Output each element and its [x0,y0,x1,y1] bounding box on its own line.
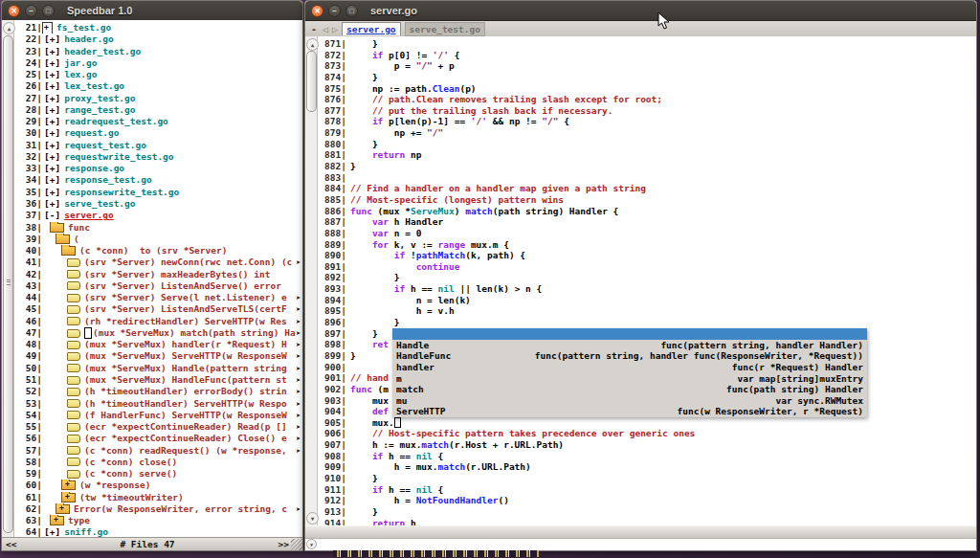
page-back-button[interactable]: << [6,539,16,549]
speedbar-row[interactable]: 39|( [19,234,302,245]
file-item-label[interactable]: request.go [64,127,119,139]
speedbar-row[interactable]: 50|(mux *ServeMux) Handle(pattern string… [19,363,302,374]
popup-selected-row[interactable] [392,328,867,340]
minimize-icon[interactable]: − [328,5,341,17]
page-forward-button[interactable]: >> [278,539,289,549]
scroll-down-icon[interactable]: ▼ [306,512,319,525]
code-buffer[interactable]: 871| }872| if p[0] != '/' {873| p = "/" … [318,36,976,525]
tag-icon[interactable] [67,305,80,314]
folder-open-icon[interactable] [50,223,64,233]
tab-forward-icon[interactable]: ▷ [332,24,338,34]
popup-item[interactable]: matchfunc(path string) Handler [392,384,867,395]
file-item-label[interactable]: (tw *timeoutWriter) [79,492,184,503]
tag-item-label[interactable]: (mux *ServeMux) ServeHTTP(w ResponseW [84,350,287,362]
expander-button[interactable]: [+] [44,116,60,127]
expander-button[interactable]: [+] [44,93,60,104]
tag-icon[interactable] [67,317,80,325]
code-line[interactable]: 887| var h Handler [318,216,976,228]
code-line[interactable]: 875| np := path.Clean(p) [318,83,976,95]
file-item-label[interactable]: server.go [64,210,113,221]
tag-icon[interactable] [67,352,80,361]
speedbar-row[interactable]: 32|[+]requestwrite_test.go [19,151,302,163]
editor-titlebar[interactable]: ✕ − □ server.go [305,1,976,21]
tag-item-label[interactable]: (mux *ServeMux) Handle(pattern string [84,363,287,374]
scroll-up-icon[interactable]: ▲ [306,38,319,51]
expander-button[interactable]: [+] [44,140,60,151]
speedbar-row[interactable]: 52|(h *timeoutHandler) errorBody() strin… [19,386,302,397]
tag-icon[interactable] [67,458,80,466]
file-item-label[interactable]: readrequest_test.go [64,116,168,127]
code-line[interactable]: 888| var n = 0 [318,228,976,239]
speedbar-row[interactable]: 47|(mux *ServeMux) match(path string) Ha… [19,327,302,339]
file-item-label[interactable]: lex_test.go [64,80,124,92]
file-item-label[interactable]: header_test.go [64,46,141,57]
tag-icon[interactable] [67,399,80,408]
speedbar-row[interactable]: 45|(srv *Server) ListenAndServeTLS(certF… [19,303,302,315]
folder-plus-icon[interactable] [61,493,76,502]
tag-icon[interactable] [67,376,80,385]
tag-icon[interactable] [67,411,80,419]
popup-item[interactable]: handlerfunc(r *Request) Handler [392,362,867,373]
file-item-label[interactable]: requestwrite_test.go [64,151,173,163]
expander-button[interactable]: [+] [44,174,60,186]
expander-button[interactable]: [+] [44,163,60,174]
maximize-icon[interactable]: □ [345,5,358,17]
speedbar-row[interactable]: 61|(tw *timeoutWriter) [19,492,302,503]
code-line[interactable]: 913| } [318,506,976,518]
code-line[interactable]: 873| p = "/" + p [318,60,976,72]
code-line[interactable]: 880| } [318,139,976,150]
file-item-label[interactable]: fs_test.go [56,22,111,33]
tag-icon[interactable] [67,388,80,396]
code-line[interactable]: 889| for k, v := range mux.m { [318,239,976,251]
file-item-label[interactable]: serve_test.go [64,198,135,210]
code-line[interactable]: 907| h := mux.match(r.Host + r.URL.Path) [318,439,976,451]
code-line[interactable]: 894| n = len(k) [318,295,976,306]
speedbar-row[interactable]: 22|[+]header.go [19,33,302,45]
speedbar-row[interactable]: 40|(c *conn) to (srv *Server) [19,245,302,257]
code-line[interactable]: 877| // put the trailing slash back if n… [318,105,976,117]
code-line[interactable]: 893| if h == nil || len(k) > n { [318,283,976,295]
code-line[interactable]: 905| mux. [318,417,976,429]
tag-icon[interactable] [67,281,80,290]
file-item-label[interactable]: proxy_test.go [64,93,135,104]
tag-item-label[interactable]: (srv *Server) ListenAndServeTLS(certF [84,303,287,315]
code-line[interactable]: 896| } [318,317,976,328]
resize-grip-icon[interactable] [291,539,302,550]
code-line[interactable]: 883| [318,172,976,184]
speedbar-scrollbar-thumb[interactable] [3,35,13,533]
expander-button[interactable]: [-] [44,210,60,221]
minimize-icon[interactable]: − [25,5,37,17]
speedbar-row[interactable]: 62|Error(w ResponseWriter, error string,… [19,503,302,515]
speedbar-row[interactable]: 44|(srv *Server) Serve(l net.Listener) e… [19,292,302,303]
folder-open-icon[interactable] [56,234,70,244]
file-item-label[interactable]: (w *response) [79,480,150,491]
file-item-label[interactable]: type [68,515,90,526]
speedbar-row[interactable]: 38|func [19,222,302,234]
expander-button[interactable]: [+] [44,80,60,92]
speedbar-row[interactable]: 55|(ecr *expectContinueReader) Read(p []… [19,421,302,433]
tag-item-label[interactable]: (c *conn) serve() [84,468,177,480]
file-item-label[interactable]: response.go [64,163,124,174]
code-line[interactable]: 881| return np [318,149,976,161]
tag-icon[interactable] [67,446,80,455]
speedbar-row[interactable]: 34|[+]response_test.go [19,174,302,186]
file-item-label[interactable]: responsewrite_test.go [64,187,179,198]
file-item-label[interactable]: request_test.go [64,140,146,151]
code-line[interactable]: 895| h = v.h [318,305,976,317]
speedbar-row[interactable]: 27|[+]proxy_test.go [19,93,302,104]
speedbar-row[interactable]: 35|[+]responsewrite_test.go [19,187,302,198]
tag-item-label[interactable]: (srv *Server) ListenAndServe() error [84,280,281,292]
expander-button[interactable]: [+] [44,69,60,80]
expander-button[interactable]: [+] [44,57,60,69]
expander-button[interactable]: [+] [44,187,60,198]
folder-plus-icon[interactable] [61,480,76,490]
file-item-label[interactable]: Error(w ResponseWriter, error string, c [74,503,287,515]
folder-plus-icon[interactable] [50,516,64,525]
speedbar-row[interactable]: 63|type [19,515,302,526]
tag-icon[interactable] [67,329,80,338]
code-line[interactable]: 906| // Host-specific pattern takes prec… [318,428,976,439]
speedbar-row[interactable]: 29|[+]readrequest_test.go [19,116,302,127]
speedbar-row[interactable]: 26|[+]lex_test.go [19,80,302,92]
speedbar-row[interactable]: 54|(f HandlerFunc) ServeHTTP(w ResponseW… [19,410,302,421]
tag-item-label[interactable]: (mux *ServeMux) handler(r *Request) H [84,339,287,350]
